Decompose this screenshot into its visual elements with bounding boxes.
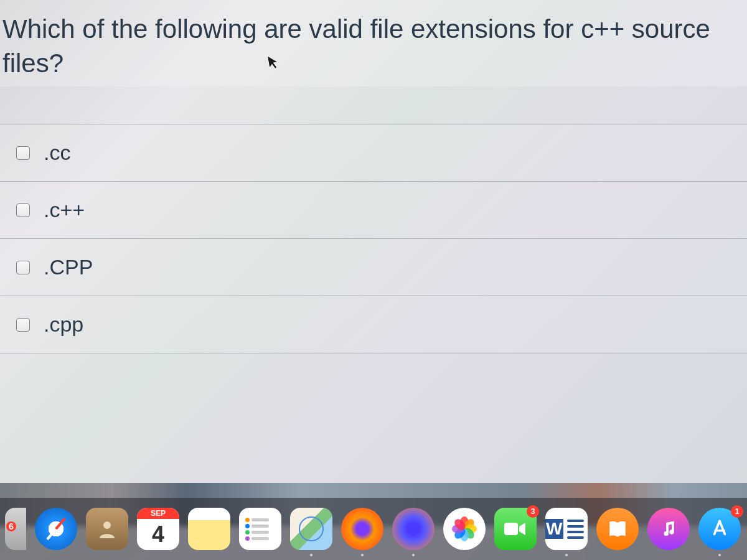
calendar-icon[interactable]: SEP 4 <box>137 508 179 550</box>
option-label: .cc <box>44 141 70 165</box>
calendar-month: SEP <box>137 508 179 519</box>
flower-icon <box>451 515 478 543</box>
reminders-icon[interactable] <box>239 508 281 550</box>
appstore-icon[interactable]: 1 <box>698 508 741 550</box>
running-dot <box>412 554 415 556</box>
word-icon[interactable]: W <box>545 508 588 550</box>
note-icon <box>659 520 678 538</box>
badge: 1 <box>731 505 743 518</box>
checkbox[interactable] <box>16 203 30 217</box>
option-row[interactable]: .cc <box>0 124 747 181</box>
checkbox[interactable] <box>16 318 30 332</box>
question-text: Which of the following are valid file ex… <box>0 12 741 86</box>
maps-icon[interactable] <box>290 508 332 550</box>
options-list: .cc .c++ .CPP .cpp <box>0 124 747 353</box>
firefox-dev-icon[interactable] <box>392 508 435 550</box>
reminders-bars <box>251 518 269 540</box>
person-icon <box>96 518 118 540</box>
badge: 3 <box>527 505 539 518</box>
option-row[interactable]: .cpp <box>0 296 747 353</box>
photos-icon[interactable] <box>443 508 486 550</box>
option-label: .CPP <box>44 255 93 279</box>
running-dot <box>565 554 568 556</box>
video-icon <box>503 520 528 538</box>
spacer <box>0 353 747 428</box>
checkbox[interactable] <box>16 146 30 160</box>
option-label: .c++ <box>44 198 85 222</box>
badge-text: 6 <box>6 521 16 531</box>
safari-icon[interactable] <box>35 508 77 550</box>
contacts-icon[interactable] <box>86 508 128 550</box>
running-dot <box>310 554 312 556</box>
option-row[interactable]: .CPP <box>0 238 747 296</box>
word-letter: W <box>545 519 563 539</box>
word-lines <box>563 516 588 543</box>
music-icon[interactable] <box>647 508 690 550</box>
notes-icon[interactable] <box>188 508 230 550</box>
appstore-a-icon <box>709 518 730 539</box>
firefox-icon[interactable] <box>341 508 383 550</box>
book-icon <box>607 518 628 539</box>
question-area: Which of the following are valid file ex… <box>0 0 747 86</box>
running-dot <box>361 554 364 556</box>
checkbox[interactable] <box>16 261 30 274</box>
svg-point-0 <box>103 521 111 529</box>
dock: 6 SEP 4 3 <box>0 498 747 560</box>
books-icon[interactable] <box>596 508 639 550</box>
running-dot <box>718 554 721 556</box>
option-row[interactable]: .c++ <box>0 181 747 238</box>
dock-item-trimmed[interactable]: 6 <box>5 508 26 550</box>
calendar-day: 4 <box>152 519 164 550</box>
facetime-icon[interactable]: 3 <box>494 508 537 550</box>
svg-rect-1 <box>504 523 518 535</box>
option-label: .cpp <box>44 312 83 337</box>
